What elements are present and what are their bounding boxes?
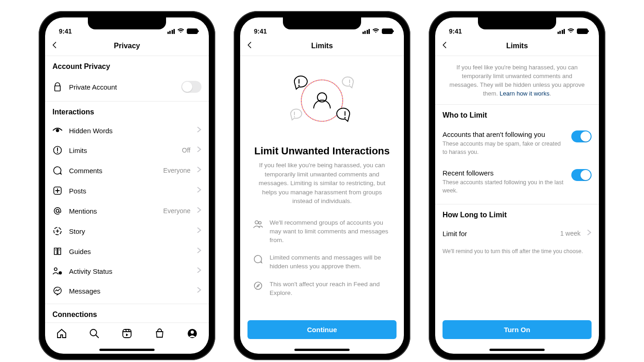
row-private-account[interactable]: Private Account xyxy=(45,75,209,98)
screen-limits-intro: 9:41 Limits xyxy=(240,17,404,354)
learn-how-link[interactable]: Learn how it works xyxy=(500,90,549,97)
row-label: Private Account xyxy=(69,83,175,91)
option-sub: These accounts may be spam, fake or crea… xyxy=(443,140,567,156)
row-value: Everyone xyxy=(163,167,190,174)
chevron-right-icon xyxy=(197,227,201,235)
row-hidden-words[interactable]: Hidden Words xyxy=(45,121,209,140)
row-messages[interactable]: Messages xyxy=(45,281,209,301)
row-comments[interactable]: Comments Everyone xyxy=(45,160,209,181)
row-label: Limits xyxy=(69,147,176,154)
row-label: Limit for xyxy=(443,230,554,238)
chevron-right-icon xyxy=(587,229,592,238)
svg-point-34 xyxy=(255,221,259,224)
heading: Limit Unwanted Interactions xyxy=(240,141,404,161)
status-time: 9:41 xyxy=(449,28,462,35)
svg-point-22 xyxy=(191,330,194,334)
content: If you feel like you're being harassed, … xyxy=(435,56,599,345)
row-story[interactable]: Story xyxy=(45,221,209,241)
row-label: Hidden Words xyxy=(69,127,190,135)
svg-point-29 xyxy=(345,117,346,119)
tab-bar xyxy=(45,322,209,345)
plus-square-icon xyxy=(52,186,63,195)
chevron-right-icon xyxy=(197,287,201,295)
home-indicator[interactable] xyxy=(435,345,599,354)
toggle-not-following[interactable] xyxy=(571,130,592,142)
home-indicator[interactable] xyxy=(45,345,209,354)
illustration xyxy=(240,56,404,141)
svg-point-27 xyxy=(299,85,300,86)
notch xyxy=(283,17,361,29)
svg-line-16 xyxy=(96,335,98,338)
turn-on-button[interactable]: Turn On xyxy=(443,320,592,339)
back-button[interactable] xyxy=(441,41,449,51)
page-title: Limits xyxy=(506,42,528,50)
guides-icon xyxy=(52,247,63,256)
row-limits[interactable]: Limits Off xyxy=(45,140,209,160)
notch xyxy=(88,17,166,29)
svg-point-7 xyxy=(56,209,59,212)
option-not-following: Accounts that aren't following you These… xyxy=(435,124,599,163)
reminder-note: We'll remind you to turn this off after … xyxy=(435,243,599,260)
continue-button[interactable]: Continue xyxy=(247,320,397,339)
chevron-right-icon xyxy=(197,166,201,175)
section-who-to-limit: Who to Limit xyxy=(435,105,599,124)
content: Account Privacy Private Account Interact… xyxy=(45,56,209,322)
row-limit-for[interactable]: Limit for 1 week xyxy=(435,224,599,243)
row-label: Activity Status xyxy=(69,267,190,275)
people-icon xyxy=(253,219,263,245)
status-time: 9:41 xyxy=(254,28,267,35)
at-icon xyxy=(52,206,63,215)
section-account-privacy: Account Privacy xyxy=(45,56,209,75)
lock-icon xyxy=(52,82,63,91)
section-how-long: How Long to Limit xyxy=(435,204,599,224)
option-sub: These accounts started following you in … xyxy=(443,179,567,195)
page-title: Privacy xyxy=(114,42,140,50)
row-label: Mentions xyxy=(69,207,157,215)
bullet-hidden: Limited comments and messages will be hi… xyxy=(240,249,404,276)
toggle-recent-followers[interactable] xyxy=(571,169,592,181)
svg-point-3 xyxy=(57,152,58,153)
battery-icon xyxy=(187,28,198,34)
section-interactions: Interactions xyxy=(45,102,209,121)
row-posts[interactable]: Posts xyxy=(45,181,209,201)
svg-point-31 xyxy=(349,84,350,85)
row-label: Messages xyxy=(69,287,190,295)
row-guides[interactable]: Guides xyxy=(45,241,209,261)
signal-icon xyxy=(362,29,370,34)
tab-home[interactable] xyxy=(56,328,67,341)
nav-header: Limits xyxy=(240,36,404,56)
chevron-right-icon xyxy=(197,187,201,195)
tab-shop[interactable] xyxy=(154,328,165,341)
notch xyxy=(478,17,556,29)
story-icon xyxy=(52,226,63,236)
tab-profile[interactable] xyxy=(187,328,198,341)
battery-icon xyxy=(382,28,393,34)
comment-outline-icon xyxy=(253,254,263,271)
option-title: Accounts that aren't following you xyxy=(443,130,567,138)
nav-header: Limits xyxy=(435,36,599,56)
content: Limit Unwanted Interactions If you feel … xyxy=(240,56,404,345)
status-icons xyxy=(362,28,393,35)
toggle-private-account[interactable] xyxy=(181,81,201,93)
tab-reels[interactable] xyxy=(121,328,132,341)
messenger-icon xyxy=(52,286,63,295)
row-activity-status[interactable]: Activity Status xyxy=(45,261,209,281)
wifi-icon xyxy=(372,28,380,35)
home-indicator[interactable] xyxy=(240,345,404,354)
svg-point-33 xyxy=(294,116,295,117)
bullet-groups: We'll recommend groups of accounts you m… xyxy=(240,214,404,249)
row-label: Posts xyxy=(69,187,190,195)
phone-frame-3: 9:41 Limits If you feel like you're bein… xyxy=(429,11,605,360)
intro-text: If you feel like you're being harassed, … xyxy=(435,56,599,104)
tab-search[interactable] xyxy=(89,328,100,341)
bullet-text: We'll recommend groups of accounts you m… xyxy=(270,219,391,245)
svg-point-13 xyxy=(54,268,57,271)
back-button[interactable] xyxy=(246,41,254,51)
svg-point-35 xyxy=(259,221,261,224)
back-button[interactable] xyxy=(51,41,59,51)
section-connections: Connections xyxy=(45,304,209,322)
row-mentions[interactable]: Mentions Everyone xyxy=(45,201,209,221)
status-icons xyxy=(558,28,588,35)
svg-point-14 xyxy=(59,272,62,275)
bullet-text: This won't affect your reach in Feed and… xyxy=(270,280,391,298)
